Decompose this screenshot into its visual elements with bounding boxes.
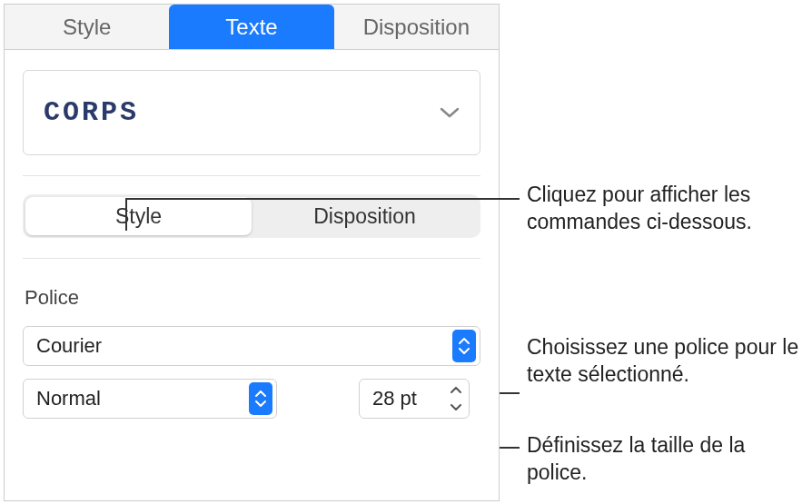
updown-arrows-icon [452,330,476,362]
tab-style[interactable]: Style [5,5,169,49]
stepper-down-button[interactable] [445,399,467,415]
callout-line [125,198,520,200]
divider [23,175,480,176]
segmented-control: Style Disposition [23,194,480,238]
segment-style[interactable]: Style [25,197,252,235]
callout-font-size: Définissez la taille de la police. [527,432,799,487]
updown-arrows-icon [249,382,272,415]
callout-line [125,198,127,231]
callout-line [500,392,520,394]
segment-disposition[interactable]: Disposition [252,197,478,235]
paragraph-style-label: CORPS [44,97,139,128]
stepper-up-button[interactable] [445,382,467,399]
tab-texte[interactable]: Texte [169,5,333,49]
font-weight-popup[interactable]: Normal [23,379,277,419]
callout-font-family: Choisissez une police pour le texte séle… [527,334,799,389]
top-tabs: Style Texte Disposition [5,5,499,50]
font-size-stepper [445,382,467,415]
font-family-popup[interactable]: Courier [23,326,480,366]
font-size-control: 28 pt [359,379,470,419]
callout-style: Cliquez pour afficher les commandes ci-d… [527,182,799,236]
font-size-value[interactable]: 28 pt [372,387,445,410]
font-family-value: Courier [36,334,102,358]
chevron-down-icon [440,102,460,124]
font-section-label: Police [25,286,480,310]
divider [23,258,480,259]
callout-line [500,447,520,449]
paragraph-style-popup[interactable]: CORPS [23,70,480,155]
format-panel: Style Texte Disposition CORPS Style Disp… [4,4,500,501]
font-weight-value: Normal [36,387,101,410]
tab-disposition[interactable]: Disposition [334,5,499,49]
